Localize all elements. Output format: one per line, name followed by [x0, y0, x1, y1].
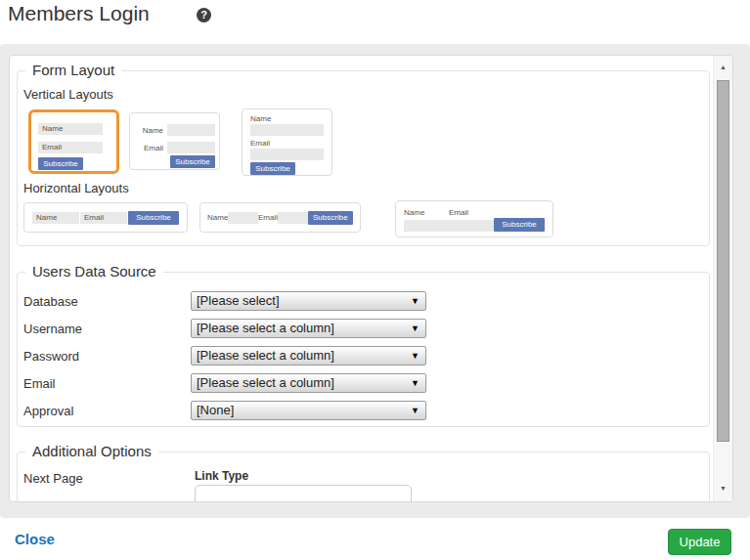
chevron-down-icon: ▼	[411, 292, 419, 310]
mini-email-label: Email	[258, 213, 278, 223]
next-page-label: Next Page	[23, 471, 83, 486]
database-select-value: [Please select]	[197, 292, 280, 310]
mini-subscribe-button: Subscribe	[308, 211, 353, 225]
close-link[interactable]: Close	[15, 531, 55, 547]
link-type-label: Link Type	[195, 469, 248, 483]
mini-subscribe-button: Subscribe	[170, 155, 215, 168]
mini-name-field: Name	[32, 212, 79, 224]
mini-name-field	[404, 220, 449, 232]
mini-name-column: Name	[404, 208, 449, 232]
password-select-value: [Please select a column]	[197, 347, 334, 365]
vertical-layout-option-2[interactable]: Name Email Subscribe	[129, 112, 220, 170]
help-icon[interactable]: ?	[197, 8, 211, 22]
chevron-down-icon: ▼	[411, 347, 419, 365]
mini-name-label: Name	[36, 213, 57, 222]
approval-label: Approval	[23, 404, 73, 418]
database-label: Database	[23, 294, 78, 309]
mini-name-field	[167, 124, 215, 136]
mini-email-label: Email	[134, 144, 163, 153]
mini-name-field	[250, 124, 324, 136]
mini-subscribe-button: Subscribe	[38, 157, 83, 170]
approval-select[interactable]: [None] ▼	[191, 401, 426, 420]
email-select[interactable]: [Please select a column] ▼	[191, 373, 426, 393]
mini-email-label: Email	[449, 208, 494, 218]
chevron-down-icon: ▼	[411, 402, 419, 419]
chevron-down-icon: ▼	[411, 320, 419, 337]
vertical-layouts-label: Vertical Layouts	[23, 87, 113, 102]
mini-name-label: Name	[250, 114, 271, 124]
mini-email-label: Email	[42, 143, 62, 151]
mini-subscribe-button: Subscribe	[250, 162, 295, 175]
email-select-value: [Please select a column]	[197, 374, 334, 392]
horizontal-layout-option-1[interactable]: Name Email Subscribe	[23, 202, 188, 233]
users-data-source-legend: Users Data Source	[25, 263, 163, 280]
scroll-container: Form Layout Vertical Layouts Name Email …	[9, 55, 733, 502]
additional-options-legend: Additional Options	[25, 443, 158, 459]
form-layout-legend: Form Layout	[25, 62, 121, 78]
update-button[interactable]: Update	[668, 529, 731, 555]
password-select[interactable]: [Please select a column] ▼	[191, 346, 426, 366]
mini-email-field: Email	[38, 142, 103, 153]
mini-email-field: Email	[80, 212, 127, 224]
horizontal-layouts-label: Horizontal Layouts	[23, 181, 129, 195]
username-label: Username	[23, 322, 82, 336]
username-select[interactable]: [Please select a column] ▼	[191, 319, 426, 338]
mini-subscribe-button: Subscribe	[494, 218, 545, 232]
username-select-value: [Please select a column]	[197, 320, 334, 337]
mini-subscribe-button: Subscribe	[128, 211, 179, 225]
mini-name-label: Name	[207, 213, 228, 223]
mini-name-label: Name	[134, 126, 163, 136]
mini-name-field: Name	[38, 123, 103, 135]
link-type-input[interactable]	[195, 485, 412, 502]
mini-email-column: Email	[449, 208, 494, 232]
page-title: Members Login	[8, 2, 150, 25]
vertical-layout-option-3[interactable]: Name Email Subscribe	[242, 108, 332, 176]
mini-email-field	[449, 220, 494, 232]
mini-name-field	[228, 212, 258, 224]
horizontal-layout-option-2[interactable]: Name Email Subscribe	[199, 202, 361, 233]
mini-email-field	[278, 212, 308, 224]
chevron-down-icon: ▼	[411, 374, 419, 392]
vertical-layout-option-1-selected[interactable]: Name Email Subscribe	[28, 109, 119, 174]
mini-name-label: Name	[404, 208, 449, 218]
email-label: Email	[23, 376, 56, 391]
mini-email-label: Email	[84, 213, 104, 222]
scroll-down-icon[interactable]: ▼	[714, 485, 732, 492]
vertical-scrollbar[interactable]: ▲ ▼	[713, 56, 732, 501]
password-label: Password	[23, 349, 79, 364]
mini-email-label: Email	[250, 139, 270, 149]
mini-name-label: Name	[42, 124, 63, 133]
database-select[interactable]: [Please select] ▼	[191, 291, 426, 311]
mini-email-field	[167, 142, 215, 153]
approval-select-value: [None]	[197, 402, 234, 419]
mini-email-field	[250, 149, 324, 160]
horizontal-layout-option-3[interactable]: Name Email Subscribe	[395, 200, 553, 237]
members-login-page: Members Login ? Form Layout Vertical Lay…	[0, 0, 750, 560]
scrollbar-thumb[interactable]	[717, 80, 729, 442]
settings-panel: Form Layout Vertical Layouts Name Email …	[0, 44, 750, 518]
scroll-up-icon[interactable]: ▲	[714, 64, 732, 70]
